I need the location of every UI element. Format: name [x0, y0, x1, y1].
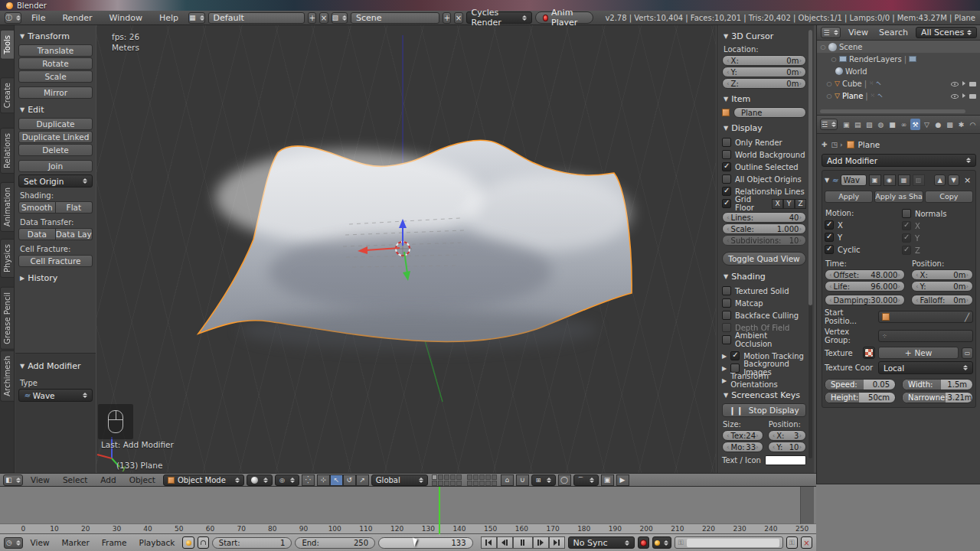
layers-grid-left[interactable]: [432, 474, 462, 486]
lock-icon[interactable]: [198, 536, 209, 549]
outliner-row-world[interactable]: World: [817, 65, 980, 77]
scale-button[interactable]: Scale: [18, 70, 93, 83]
offset-field[interactable]: ‹Offset:48.000›: [825, 269, 905, 280]
timeline-scroll-endcap[interactable]: [800, 487, 814, 524]
panel-header-display[interactable]: ▼Display: [724, 123, 806, 133]
panel-header-history[interactable]: ▶History: [20, 273, 93, 283]
grid-scale-field[interactable]: ‹Scale:1.000›: [722, 223, 806, 234]
tab-physics-icon[interactable]: ◠: [968, 119, 978, 130]
proportional-edit-icon[interactable]: ◯: [558, 474, 571, 486]
jump-to-start-button[interactable]: [481, 536, 497, 549]
editor-type-button[interactable]: ☲: [820, 119, 838, 130]
anim-player-button[interactable]: Anim Player: [535, 11, 593, 24]
check-world-background[interactable]: World Background: [722, 148, 806, 161]
check-cyclic[interactable]: Cyclic: [825, 243, 896, 256]
stop-display-button[interactable]: ❙❙Stop Display: [722, 403, 806, 417]
mirror-button[interactable]: Mirror: [18, 86, 93, 99]
tab-create[interactable]: Create: [0, 77, 15, 113]
life-field[interactable]: ‹Life:96.000›: [825, 281, 905, 292]
screen-layout-field[interactable]: Default: [208, 12, 305, 24]
texture-coords-select[interactable]: Local: [878, 361, 973, 374]
proportional-falloff-select[interactable]: ⌒: [573, 474, 599, 486]
delete-button[interactable]: Delete: [18, 144, 93, 156]
keying-set-select[interactable]: [652, 536, 671, 549]
apply-button[interactable]: Apply: [825, 191, 873, 203]
manipulator-translate-icon[interactable]: ↖: [330, 474, 343, 486]
tab-scene-icon[interactable]: ▧: [864, 119, 874, 130]
move-down-button[interactable]: ▼: [948, 174, 959, 186]
tab-data-icon[interactable]: ▽: [922, 119, 932, 130]
tl-menu-playback[interactable]: Playback: [135, 538, 180, 547]
vp-menu-select[interactable]: Select: [57, 475, 93, 484]
tab-material-icon[interactable]: ●: [933, 119, 943, 130]
panel-header-screencast-keys[interactable]: ▼Screencast Keys: [724, 390, 806, 400]
modifier-type-select[interactable]: ≈ Wave: [18, 389, 93, 402]
editor-type-button[interactable]: ☰: [821, 27, 841, 38]
check-motion-y[interactable]: Y: [825, 231, 896, 243]
menu-window[interactable]: Window: [103, 13, 149, 23]
editor-type-button[interactable]: ◧: [3, 474, 23, 486]
lock-icon[interactable]: ⌂: [501, 474, 514, 486]
visibility-eye-icon[interactable]: [951, 82, 959, 86]
timeline-tracks[interactable]: [0, 487, 816, 524]
text-size-field[interactable]: ‹Tex:24›: [722, 430, 763, 441]
pos-x-field[interactable]: ‹X:3›: [768, 430, 806, 441]
tl-menu-marker[interactable]: Marker: [57, 538, 94, 547]
vertex-group-field[interactable]: ⁘: [878, 330, 973, 342]
vp-menu-object[interactable]: Object: [124, 475, 161, 484]
check-backface-culling[interactable]: Backface Culling: [722, 309, 806, 321]
data-layout-button[interactable]: Data Layo: [56, 228, 93, 240]
width-slider[interactable]: Width:1.5m: [902, 379, 973, 390]
tl-menu-view[interactable]: View: [26, 538, 54, 547]
axis-x-toggle[interactable]: X: [772, 199, 783, 209]
add-scene-button[interactable]: +: [443, 12, 451, 24]
editmode-toggle-icon[interactable]: ▦: [898, 174, 910, 186]
panel-header-add-modifier[interactable]: ▼Add Modifier: [20, 361, 93, 371]
copy-button[interactable]: Copy: [925, 191, 973, 203]
grid-lines-field[interactable]: ‹Lines:40›: [722, 212, 806, 223]
renderability-icon[interactable]: [969, 82, 976, 86]
snap-element-select[interactable]: ⊞: [531, 474, 556, 486]
eye-toggle-icon[interactable]: ◉: [884, 174, 896, 186]
prev-keyframe-button[interactable]: [497, 536, 513, 549]
scene-field[interactable]: Scene: [351, 12, 439, 24]
delete-modifier-icon[interactable]: ×: [962, 174, 973, 186]
apply-as-shape-button[interactable]: Apply as Sha...: [874, 191, 923, 203]
shading-mode-select[interactable]: [247, 474, 273, 486]
manipulator-axes-icon[interactable]: ⊹: [317, 474, 330, 486]
menu-file[interactable]: File: [24, 13, 52, 23]
mode-select[interactable]: Object Mode: [163, 474, 244, 486]
tab-relations[interactable]: Relations: [0, 128, 15, 174]
start-position-field[interactable]: ╱: [878, 311, 973, 323]
mouse-size-field[interactable]: ‹Mo:33›: [722, 442, 763, 452]
editor-type-button[interactable]: ◷: [4, 537, 23, 549]
tab-animation[interactable]: Animation: [0, 182, 15, 232]
tab-particles-icon[interactable]: ✱: [956, 119, 966, 130]
active-keying-set-field[interactable]: ⚿: [675, 536, 783, 549]
tl-menu-frame[interactable]: Frame: [97, 538, 132, 547]
editor-type-button[interactable]: ⓘ: [5, 12, 21, 24]
eyedropper-icon[interactable]: ╱: [965, 313, 969, 321]
panel-header-3d-cursor[interactable]: ▼3D Cursor: [724, 31, 806, 41]
tab-physics[interactable]: Physics: [0, 239, 15, 278]
check-outline-selected[interactable]: Outline Selected: [722, 161, 806, 173]
visibility-eye-icon[interactable]: [951, 94, 959, 99]
check-textured-solid[interactable]: Textured Solid: [722, 285, 806, 297]
check-normals[interactable]: Normals: [902, 207, 973, 220]
duplicate-linked-button[interactable]: Duplicate Linked: [18, 131, 93, 143]
tab-render-icon[interactable]: ▣: [841, 119, 851, 130]
timeline-ruler[interactable]: 0102030405060708090100110120130140150160…: [0, 524, 816, 534]
pos-y-field[interactable]: ‹Y:10›: [768, 442, 806, 452]
panel-header-edit[interactable]: ▼Edit: [20, 105, 93, 115]
tab-world-icon[interactable]: ◍: [876, 119, 886, 130]
panel-header-item[interactable]: ▼Item: [724, 94, 806, 104]
texture-browse-icon[interactable]: [863, 347, 875, 359]
unlink-icon[interactable]: ▭: [962, 347, 973, 359]
check-all-object-origins[interactable]: All Object Origins: [722, 173, 806, 185]
tab-render-layers-icon[interactable]: ▤: [853, 119, 863, 130]
render-engine-select[interactable]: Cycles Render: [466, 11, 533, 24]
object-name-field[interactable]: Plane: [733, 107, 806, 118]
manipulator-scale-icon[interactable]: ↗: [356, 474, 369, 486]
panel-header-transform-orientations[interactable]: ▶Transform Orientations: [722, 374, 806, 386]
axis-y-toggle[interactable]: Y: [783, 199, 795, 209]
